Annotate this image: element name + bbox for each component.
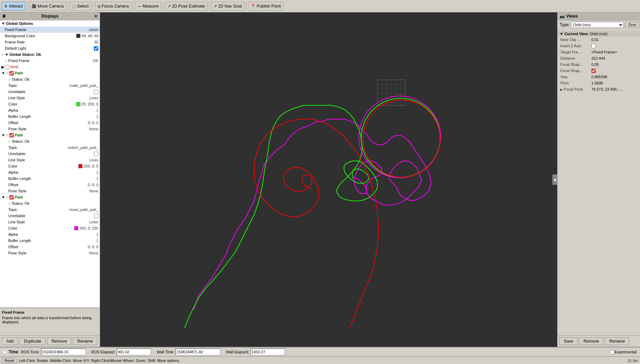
views-remove-button[interactable]: Remove [579,337,603,345]
default-light-checkbox[interactable] [94,46,98,51]
expand-path3-icon: ▼ [1,195,5,199]
path1-linestyle-key: Line Style [8,96,89,100]
ros-time-input[interactable] [41,348,86,355]
separator-2 [68,2,68,10]
pitch-value[interactable]: 1.5698 [591,81,637,85]
focus-camera-button[interactable]: ◎ Focus Camera [95,2,131,11]
path2-topic-item[interactable]: Topic /odom_path_pub_ [0,144,100,151]
path2-linestyle-item[interactable]: Line Style Lines [0,157,100,163]
path3-topic-item[interactable]: Topic /scan_path_pub_ [0,206,100,213]
views-camera-icon: 📷 [560,14,565,19]
path1-checkbox[interactable] [9,71,14,75]
path1-item[interactable]: ▼ ✓ Path [0,70,100,76]
path3-alpha-item[interactable]: Alpha 1 [0,231,100,237]
path1-posestyle-item[interactable]: Pose Style None [0,126,100,132]
path1-linestyle-value: Lines [89,96,98,100]
path2-color-item[interactable]: Color 255; 0; 0 [0,163,100,169]
path1-unreliable-checkbox[interactable] [94,90,98,94]
separator-1 [27,2,27,10]
path3-color-item[interactable]: Color 255; 0; 255 [0,225,100,231]
near-clip-value[interactable]: 0.01 [591,38,637,42]
duplicate-button[interactable]: Duplicate [19,337,46,345]
displays-close-button[interactable]: ✕ [94,13,98,19]
path3-unreliable-item[interactable]: Unreliable [0,213,100,219]
default-light-item[interactable]: Default Light [0,45,100,51]
path2-alpha-item[interactable]: Alpha 1 [0,169,100,175]
measure-button[interactable]: — Measure [135,2,161,11]
distance-row: Distance 322.444 [558,55,640,61]
yaw-label: Yaw [560,75,591,79]
viewport-collapse-handle[interactable]: ◀ [552,174,557,185]
path3-offset-key: Offset [8,245,88,249]
views-rename-button[interactable]: Rename [605,337,629,345]
wall-time-input[interactable] [176,348,220,355]
path2-offset-item[interactable]: Offset 0; 0; 0 [0,182,100,188]
path2-item[interactable]: ▼ ✓ Path [0,132,100,138]
fixed-frame-item[interactable]: Fixed Frame odom [0,27,100,33]
global-options-item[interactable]: ▼ Global Options [0,20,100,27]
path3-item[interactable]: ▼ ✓ Path [0,194,100,200]
experimental-checkbox[interactable] [610,350,614,354]
path2-checkbox[interactable] [9,133,14,138]
wall-elapsed-input[interactable] [250,348,285,355]
3d-viewport[interactable]: ◀ [100,12,557,347]
target-frame-value[interactable]: <Fixed Frame> [591,50,637,54]
reset-button[interactable]: Reset [2,358,17,363]
frame-rate-key: Frame Rate [5,40,94,44]
path2-check: ✓ [6,133,9,137]
path1-offset-item[interactable]: Offset 0; 0; 0 [0,120,100,126]
bg-color-value: 48; 48; 48 [81,34,98,38]
zero-button[interactable]: Zero [625,22,639,28]
focal-shape1-value[interactable]: 0.05 [591,62,637,67]
path1-alpha-item[interactable]: Alpha 1 [0,107,100,113]
grid-enabled-checkbox[interactable] [5,65,9,69]
views-save-button[interactable]: Save [559,337,578,345]
ros-time-label: ROS Time: [21,350,40,354]
2d-pose-icon: ↗ [167,4,171,9]
2d-nav-button[interactable]: ↗ 2D Nav Goal [211,2,244,11]
main-content: 🖥 Displays ✕ ▼ Global Options Fixed Fram… [0,12,640,347]
ros-elapsed-input[interactable] [117,348,151,355]
displays-tree: ▼ Global Options Fixed Frame odom Backgr… [0,20,100,308]
focal-shape2-checkbox[interactable] [591,69,596,73]
global-status-label: Global Status: Ok [9,52,41,57]
views-type-dropdown[interactable]: Orbit (rviz) FPS (rviz) ThirdPersonFollo… [571,22,624,28]
path1-topic-item[interactable]: Topic /calib_path_pub_ [0,82,100,89]
distance-value[interactable]: 322.444 [591,56,637,60]
select-button[interactable]: ⬚ Select [70,2,91,11]
wall-time-label: Wall Time: [157,350,174,354]
interact-button[interactable]: 🖱 Interact [1,2,25,11]
status-box-desc: Frame into which all data is transformed… [2,316,98,324]
rename-button[interactable]: Rename [73,337,97,345]
path3-checkbox[interactable] [9,195,14,200]
global-status-item[interactable]: ✓ ▼ Global Status: Ok [0,51,100,58]
invert-z-checkbox[interactable] [591,44,596,48]
path2-bufflen-item[interactable]: Buffer Length 1 [0,175,100,182]
displays-bottom-buttons: Add Duplicate Remove Rename [0,335,100,347]
background-color-item[interactable]: Background Color 48; 48; 48 [0,33,100,39]
views-title: Views [566,14,578,19]
path3-bufflen-item[interactable]: Buffer Length 1 [0,237,100,244]
add-button[interactable]: Add [2,337,18,345]
path1-posestyle-key: Pose Style [8,127,89,131]
move-camera-button[interactable]: 🎥 Move Camera [29,2,66,11]
frame-rate-item[interactable]: Frame Rate 30 [0,39,100,45]
2d-pose-button[interactable]: ↗ 2D Pose Estimate [165,2,207,11]
yaw-value[interactable]: 0.885398 [591,75,637,79]
path1-bufflen-item[interactable]: Buffer Length 1 [0,113,100,120]
path3-offset-item[interactable]: Offset 0; 0; 0 [0,244,100,250]
remove-button[interactable]: Remove [47,337,71,345]
path2-unreliable-checkbox[interactable] [94,152,98,156]
path1-unreliable-item[interactable]: Unreliable [0,89,100,95]
path2-posestyle-item[interactable]: Pose Style None [0,188,100,194]
path3-unreliable-checkbox[interactable] [94,214,98,218]
path1-linestyle-item[interactable]: Line Style Lines [0,95,100,101]
path1-color-item[interactable]: Color 25; 255; 0 [0,101,100,107]
focal-point-value[interactable]: 79.273; 23.905; -... [591,87,637,91]
publish-point-button[interactable]: 📍 Publish Point [248,2,283,11]
path3-linestyle-item[interactable]: Line Style Lines [0,219,100,225]
path2-unreliable-item[interactable]: Unreliable [0,151,100,157]
path3-posestyle-item[interactable]: Pose Style None [0,250,100,256]
grid-item[interactable]: ▶ Grid [0,64,100,70]
path1-offset-key: Offset [8,121,88,125]
